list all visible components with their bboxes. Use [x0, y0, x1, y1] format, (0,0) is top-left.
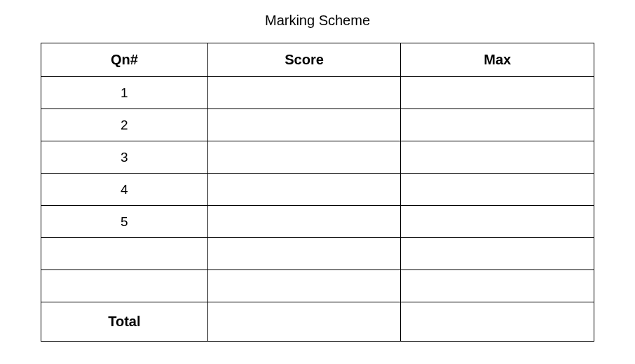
table-header-row: Qn# Score Max — [41, 43, 594, 77]
cell-score — [207, 206, 401, 238]
table-row: 5 — [41, 206, 594, 238]
cell-qn: 3 — [41, 141, 208, 174]
cell-total-max — [401, 302, 594, 342]
cell-max — [401, 206, 594, 238]
cell-score — [207, 141, 401, 174]
cell-qn — [41, 238, 208, 270]
header-score: Score — [207, 43, 401, 77]
cell-max — [401, 77, 594, 109]
marking-table-wrap: Qn# Score Max 1 2 3 4 — [0, 43, 635, 342]
table-row: 3 — [41, 141, 594, 174]
table-row: 1 — [41, 77, 594, 109]
cell-qn — [41, 270, 208, 302]
header-qn: Qn# — [41, 43, 208, 77]
cell-qn: 2 — [41, 109, 208, 141]
cell-total-label: Total — [41, 302, 208, 342]
cell-score — [207, 270, 401, 302]
table-row — [41, 238, 594, 270]
cell-total-score — [207, 302, 401, 342]
cell-max — [401, 238, 594, 270]
cell-score — [207, 238, 401, 270]
table-row: 4 — [41, 174, 594, 206]
page-title: Marking Scheme — [0, 0, 635, 43]
header-max: Max — [401, 43, 594, 77]
cell-qn: 5 — [41, 206, 208, 238]
table-row: 2 — [41, 109, 594, 141]
cell-score — [207, 174, 401, 206]
cell-qn: 1 — [41, 77, 208, 109]
table-total-row: Total — [41, 302, 594, 342]
cell-max — [401, 174, 594, 206]
marking-table: Qn# Score Max 1 2 3 4 — [41, 43, 594, 342]
cell-qn: 4 — [41, 174, 208, 206]
cell-score — [207, 109, 401, 141]
cell-max — [401, 270, 594, 302]
cell-score — [207, 77, 401, 109]
cell-max — [401, 109, 594, 141]
table-row — [41, 270, 594, 302]
cell-max — [401, 141, 594, 174]
